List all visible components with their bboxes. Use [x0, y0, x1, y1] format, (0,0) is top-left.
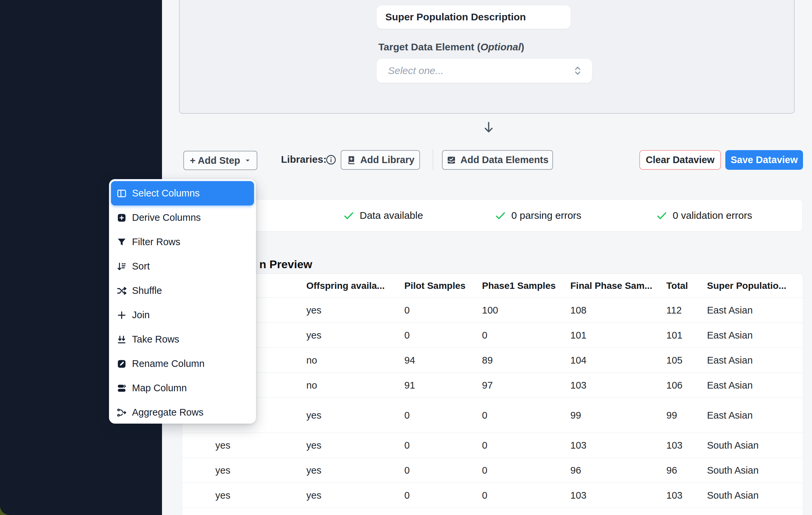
column-name-value: Super Population Description: [385, 11, 526, 23]
check-icon: [495, 210, 506, 221]
screen: New column Replace source column Super P…: [0, 0, 812, 515]
table-row: yesyes00103103South Asian: [182, 483, 803, 508]
table-row: yes009999East Asian: [182, 398, 803, 433]
menu-item-join[interactable]: Join: [111, 303, 254, 327]
table-row-partial: [182, 508, 803, 515]
add-step-menu: Select Columns Derive Columns Filter Row…: [109, 179, 256, 424]
flow-down-arrow-icon: [481, 120, 496, 135]
sort-icon: [116, 261, 128, 272]
aggregate-icon: [116, 407, 128, 418]
menu-item-derive-columns[interactable]: Derive Columns: [111, 206, 254, 230]
status-data-available: Data available: [343, 199, 423, 231]
target-data-element-label: Target Data Element (Optional): [378, 42, 524, 53]
table-row: yes0100108112East Asian: [182, 298, 803, 323]
table-header-row: Blood Offspring availa... Pilot Samples …: [182, 274, 803, 298]
column-header[interactable]: Super Populatio...: [707, 280, 803, 291]
preview-table: Blood Offspring availa... Pilot Samples …: [182, 273, 803, 515]
save-dataview-label: Save Dataview: [731, 155, 798, 165]
column-header[interactable]: Pilot Samples: [404, 280, 482, 291]
add-library-label: Add Library: [360, 155, 415, 165]
filter-icon: [116, 236, 128, 248]
status-validation-errors: 0 validation errors: [656, 199, 752, 231]
check-icon: [343, 210, 354, 221]
info-icon[interactable]: [325, 154, 337, 165]
save-dataview-button[interactable]: Save Dataview: [725, 150, 803, 170]
map-column-icon: [116, 382, 128, 394]
rename-icon: [116, 358, 128, 370]
menu-item-shuffle[interactable]: Shuffle: [111, 278, 254, 303]
menu-item-rename-column[interactable]: Rename Column: [111, 352, 254, 376]
column-header[interactable]: Total: [666, 280, 707, 291]
table-row: no9197103106East Asian: [182, 373, 803, 398]
add-data-elements-button[interactable]: Add Data Elements: [442, 150, 553, 170]
select-placeholder: Select one...: [388, 65, 444, 76]
check-icon: [656, 210, 667, 221]
column-name-input[interactable]: Super Population Description: [376, 5, 571, 29]
column-header[interactable]: Phase1 Samples: [482, 280, 570, 291]
table-row: yes00101101East Asian: [182, 323, 803, 348]
menu-item-select-columns[interactable]: Select Columns: [111, 181, 254, 206]
add-step-button[interactable]: + Add Step: [183, 151, 257, 170]
column-header[interactable]: Final Phase Sam...: [570, 280, 666, 291]
select-chevrons-icon: [573, 65, 583, 76]
take-rows-icon: [116, 333, 128, 346]
derive-columns-icon: [116, 212, 128, 224]
caret-down-icon: [244, 157, 251, 164]
plus-icon: [116, 309, 128, 321]
column-header[interactable]: Offspring availa...: [306, 280, 404, 291]
status-parsing-errors: 0 parsing errors: [495, 199, 581, 231]
menu-item-take-rows[interactable]: Take Rows: [111, 327, 254, 352]
menu-item-filter-rows[interactable]: Filter Rows: [111, 230, 254, 254]
libraries-label: Libraries:: [281, 154, 327, 165]
add-step-label: + Add Step: [190, 155, 240, 166]
table-row: yesyes009696South Asian: [182, 458, 803, 483]
book-plus-icon: [346, 155, 356, 165]
preview-heading: n Preview: [259, 258, 312, 271]
menu-item-aggregate-rows[interactable]: Aggregate Rows: [111, 400, 254, 425]
derive-column-form-card: New column Replace source column Super P…: [179, 0, 795, 114]
select-columns-icon: [116, 187, 128, 199]
toolbar-divider: [433, 150, 433, 170]
add-data-elements-label: Add Data Elements: [460, 155, 548, 165]
menu-item-map-column[interactable]: Map Column: [111, 376, 254, 400]
clear-dataview-label: Clear Dataview: [646, 155, 714, 165]
inbox-check-icon: [446, 155, 456, 165]
add-library-button[interactable]: Add Library: [341, 150, 420, 170]
menu-item-sort[interactable]: Sort: [111, 254, 254, 278]
table-row: no9489104105East Asian: [182, 348, 803, 373]
shuffle-icon: [116, 285, 128, 297]
clear-dataview-button[interactable]: Clear Dataview: [639, 150, 721, 170]
table-row: yesyes00103103South Asian: [182, 433, 803, 458]
status-card: Data available 0 parsing errors 0 valida…: [182, 199, 803, 232]
target-data-element-select[interactable]: Select one...: [376, 58, 592, 83]
